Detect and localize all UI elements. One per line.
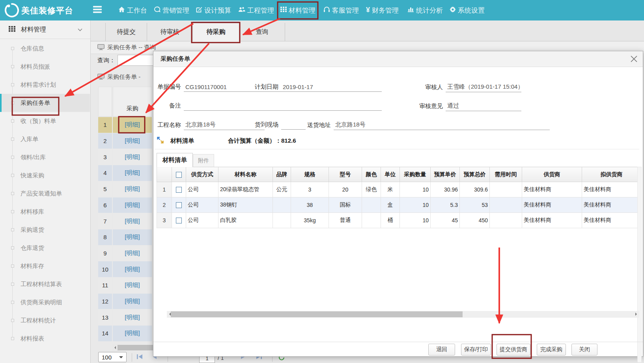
detail-link-row-11[interactable]: [明细] (113, 277, 152, 293)
scrollbar-thumb[interactable] (118, 345, 153, 350)
yen-icon: ¥ (366, 6, 370, 14)
sidebar-item-14[interactable]: 工程材料结算表 (0, 275, 90, 293)
tab-material-list[interactable]: 材料清单 (157, 153, 193, 167)
nav-item-3[interactable]: 设计预算 (196, 0, 231, 20)
scroll-left-icon[interactable] (113, 346, 116, 349)
sidebar-item-15[interactable]: 供货商采购明细 (0, 293, 90, 311)
nav-item-9[interactable]: 系统设置 (450, 0, 485, 20)
cell: 30.96 (431, 182, 460, 197)
sidebar-item-9[interactable]: 产品安装通知单 (0, 184, 90, 203)
tab-attachments[interactable]: 附件 (193, 154, 214, 167)
nav-item-2[interactable]: 营销管理 (154, 0, 189, 20)
reviewer-value[interactable]: 王雪峰（2019-01-17 15:04） (446, 83, 521, 92)
nav-item-8[interactable]: 统计分析 (407, 0, 443, 20)
sidebar-item-1[interactable]: 仓库信息 (0, 39, 90, 58)
nav-item-6[interactable]: 客服管理 (323, 0, 359, 20)
row-checkbox[interactable] (176, 187, 182, 193)
scroll-left-icon[interactable] (168, 313, 171, 316)
to-site-value[interactable] (281, 121, 306, 130)
detail-link-row-4[interactable]: [明细] (113, 165, 152, 181)
sidebar-item-6[interactable]: 入库单 (0, 130, 90, 148)
list-row-number: 2 (98, 133, 112, 149)
col-header-9: 预算单价 (431, 167, 460, 182)
return-button[interactable]: 退回 (428, 344, 455, 356)
select-all-checkbox[interactable] (176, 172, 182, 178)
delivery-address-value[interactable]: 北京路18号 (334, 121, 550, 130)
hamburger-icon[interactable] (93, 6, 102, 14)
table-vertical-scrollbar[interactable] (637, 167, 642, 363)
close-button[interactable]: 关闭 (571, 344, 597, 356)
col-header-1: 供货方式 (186, 167, 218, 182)
review-opinion-value[interactable]: 通过 (446, 102, 521, 111)
detail-link-row-1[interactable]: [明细] (113, 117, 152, 133)
detail-link-row-6[interactable]: [明细] (113, 197, 152, 213)
detail-link-row-5[interactable]: [明细] (113, 181, 152, 197)
sidebar-item-3[interactable]: 材料需求计划 (0, 76, 90, 94)
top-navbar: 美佳装修平台 工作台营销管理设计预算工程管理材料管理客服管理¥财务管理统计分析系… (0, 0, 644, 20)
sidebar-item-7[interactable]: 领料/出库 (0, 148, 90, 166)
cell: 美佳材料商 (582, 182, 641, 197)
sidebar-item-8[interactable]: 快速采购 (0, 166, 90, 184)
first-page-button[interactable] (136, 354, 143, 361)
tab-1[interactable]: 待提交 (105, 23, 147, 41)
tree-node-icon (11, 156, 14, 159)
detail-link-row-9[interactable]: [明细] (113, 246, 152, 261)
detail-link-row-13[interactable]: [明细] (113, 309, 152, 325)
detail-link-row-7[interactable]: [明细] (113, 213, 152, 229)
sidebar-item-11[interactable]: 采购退货 (0, 221, 90, 239)
detail-link-row-12[interactable]: [明细] (113, 294, 152, 309)
scroll-right-icon[interactable] (635, 313, 638, 316)
submit-supplier-button[interactable]: 提交供货商 (497, 344, 530, 356)
complete-purchase-button[interactable]: 完成采购 (537, 344, 566, 356)
tab-2[interactable]: 待审核 (147, 23, 193, 41)
tab-3[interactable]: 待采购 (193, 22, 239, 41)
cell: 公司 (186, 213, 218, 228)
modal-horizontal-scrollbar[interactable] (167, 311, 639, 318)
sidebar-item-17[interactable]: 材料报表 (0, 329, 90, 348)
project-name-value[interactable]: 北京路18号 (184, 121, 265, 130)
sidebar-item-5[interactable]: 收（预）料单 (0, 112, 90, 130)
row-checkbox[interactable] (176, 202, 182, 208)
nav-item-1[interactable]: 工作台 (118, 0, 147, 20)
budget-total: 合计预算（金额）：812.6 (228, 137, 296, 145)
grid-icon (280, 6, 287, 14)
cell (362, 213, 381, 228)
list-row-number: 3 (98, 149, 112, 165)
remark-value[interactable] (184, 102, 382, 111)
list-horizontal-scrollbar[interactable] (112, 344, 153, 351)
tab-4[interactable]: 查询 (239, 23, 285, 41)
footer-divider (153, 342, 643, 342)
detail-link-row-2[interactable]: [明细] (113, 133, 152, 149)
save-print-button[interactable]: 保存/打印 (461, 344, 491, 356)
sidebar-item-4[interactable]: 采购任务单 (0, 94, 90, 112)
detail-link-row-8[interactable]: [明细] (113, 229, 152, 245)
detail-link-row-10[interactable]: [明细] (113, 261, 152, 277)
field-label: 单据编号 (157, 83, 184, 92)
detail-link-row-3[interactable]: [明细] (113, 149, 152, 165)
plan-date-value[interactable]: 2019-01-17 (281, 84, 382, 92)
active-accent-bar (0, 94, 2, 112)
sidebar-item-label: 材料员指派 (21, 63, 50, 71)
sidebar-item-16[interactable]: 工程材料统计 (0, 311, 90, 329)
cell: 38钢钉 (218, 197, 273, 213)
nav-item-7[interactable]: ¥财务管理 (366, 0, 399, 20)
monitor-icon (97, 44, 105, 51)
row-number: 3 (157, 213, 172, 228)
sidebar-item-10[interactable]: 材料移库 (0, 203, 90, 221)
close-icon[interactable] (631, 56, 637, 62)
cell: 国标 (329, 197, 362, 213)
page-size-select[interactable]: 100 (98, 352, 127, 362)
col-header-11: 需用时间 (490, 167, 522, 182)
scrollbar-thumb[interactable] (171, 311, 463, 317)
sidebar-item-2[interactable]: 材料员指派 (0, 58, 90, 76)
sidebar-item-13[interactable]: 材料库存 (0, 257, 90, 275)
col-header-6: 颜色 (362, 167, 381, 182)
sidebar-item-12[interactable]: 仓库退货 (0, 239, 90, 257)
sidebar-header[interactable]: 材料管理 (0, 20, 90, 39)
row-checkbox[interactable] (176, 218, 182, 223)
cell: 10 (400, 213, 431, 228)
nav-item-4[interactable]: 工程管理 (238, 0, 274, 20)
tree-node-icon (11, 301, 14, 304)
nav-item-5[interactable]: 材料管理 (280, 0, 315, 20)
detail-link-row-14[interactable]: [明细] (113, 326, 152, 341)
